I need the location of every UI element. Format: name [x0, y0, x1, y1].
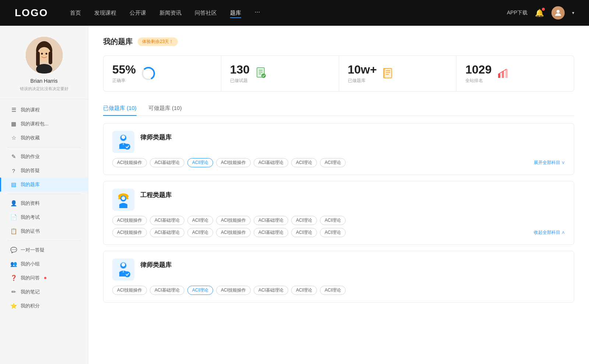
svg-point-11: [145, 71, 151, 76]
qbank-lawyer-icon-wrap: [112, 131, 134, 153]
notification-bell[interactable]: 🔔: [535, 8, 544, 17]
collapse-button-engineer[interactable]: 收起全部科目 ∧: [534, 229, 565, 236]
qbank-tag[interactable]: ACI技能操作: [216, 158, 251, 167]
sidebar-item-label: 我的考试: [21, 214, 40, 221]
qbank-tag[interactable]: ACI理论: [291, 216, 317, 225]
notification-dot: [542, 8, 545, 11]
qbank-tag[interactable]: ACI基础理论: [150, 286, 184, 295]
sidebar-item-favorites[interactable]: ☆ 我的收藏: [0, 131, 88, 145]
qbank-tag[interactable]: ACI技能操作: [112, 228, 147, 237]
sidebar-item-myqa[interactable]: ❓ 我的问答: [0, 271, 88, 285]
avatar-chevron-icon[interactable]: ▾: [572, 10, 574, 15]
qbank-tag[interactable]: ACI技能操作: [216, 216, 251, 225]
homework-icon: ✎: [10, 153, 17, 160]
nav-more[interactable]: ···: [254, 8, 260, 18]
sidebar-item-homework[interactable]: ✎ 我的作业: [0, 150, 88, 164]
qbank-tag[interactable]: ACI基础理论: [150, 158, 184, 167]
stat-rank: 1029 全站排名: [456, 56, 574, 91]
sidebar-item-questionbank[interactable]: ▤ 我的题库: [0, 178, 88, 192]
sidebar-item-notes[interactable]: ✏ 我的笔记: [0, 285, 88, 299]
qbank-tag[interactable]: ACI基础理论: [254, 158, 288, 167]
qbank-tag[interactable]: ACI基础理论: [254, 286, 288, 295]
qbank-tag[interactable]: ACI理论: [291, 158, 317, 167]
stat-accuracy-label: 正确率: [112, 78, 136, 84]
nav-discover[interactable]: 发现课程: [94, 8, 116, 18]
qbank-tag[interactable]: ACI理论: [291, 286, 317, 295]
tab-available[interactable]: 可做题库 (10): [148, 102, 182, 115]
qbank-tag[interactable]: ACI理论: [320, 158, 346, 167]
nav-questionbank[interactable]: 题库: [230, 8, 241, 18]
qbank-tag[interactable]: ACI基础理论: [254, 216, 288, 225]
stat-done-questions-text: 130 已做试题: [230, 63, 250, 84]
sidebar-item-onetoone[interactable]: 💬 一对一答疑: [0, 243, 88, 257]
qa-icon: ?: [10, 168, 17, 174]
qbank-tag[interactable]: ACI理论: [187, 228, 213, 237]
app-download-button[interactable]: APP下载: [507, 10, 528, 16]
svg-rect-21: [384, 68, 385, 78]
stat-done-banks-number: 10w+: [348, 63, 377, 76]
qbank-tag[interactable]: ACI理论: [320, 228, 346, 237]
svg-point-32: [124, 144, 130, 150]
sidebar-motto: 错误的决定比没有决定要好: [20, 86, 68, 92]
tabs-row: 已做题库 (10) 可做题库 (10): [103, 102, 574, 116]
qbank-tag[interactable]: ACI技能操作: [216, 228, 251, 237]
nav-qa[interactable]: 问答社区: [195, 8, 217, 18]
sidebar-item-label: 我的作业: [21, 153, 40, 160]
qbank-tag[interactable]: ACI技能操作: [112, 286, 147, 295]
qbank-tag[interactable]: ACI技能操作: [112, 158, 147, 167]
sidebar-menu: ☰ 我的课程 ▦ 我的课程包... ☆ 我的收藏 ✎ 我的作业 ? 我的答疑 ▤: [0, 103, 88, 313]
sidebar-item-course[interactable]: ☰ 我的课程: [0, 103, 88, 117]
navbar: LOGO 首页 发现课程 公开课 新闻资讯 问答社区 题库 ··· APP下载 …: [0, 0, 589, 26]
svg-point-36: [121, 196, 125, 200]
qbank-tag[interactable]: ACI基础理论: [150, 228, 184, 237]
stat-done-questions: 130 已做试题: [221, 56, 339, 91]
sidebar-item-group[interactable]: 👥 我的小组: [0, 257, 88, 271]
qa-notification-dot: [44, 277, 46, 279]
qbank-tag[interactable]: ACI理论: [187, 216, 213, 225]
nav-news[interactable]: 新闻资讯: [159, 8, 181, 18]
qbank-tags-row-engineer-1: ACI技能操作 ACI基础理论 ACI理论 ACI技能操作 ACI基础理论 AC…: [112, 216, 565, 225]
stat-done-questions-number: 130: [230, 63, 250, 76]
cert-icon: 📋: [10, 228, 17, 235]
qbank-tag[interactable]: ACI技能操作: [112, 216, 147, 225]
logo: LOGO: [15, 7, 48, 19]
sidebar-username: Brian Harris: [31, 78, 58, 84]
nav-home[interactable]: 首页: [70, 8, 81, 18]
expand-button-lawyer-1[interactable]: 展开全部科目 ∨: [534, 160, 565, 166]
sidebar-item-points[interactable]: ⭐ 我的积分: [0, 299, 88, 313]
navbar-right: APP下载 🔔 ▾: [507, 6, 574, 19]
qbank-tag-selected[interactable]: ACI理论: [187, 286, 213, 295]
sidebar-divider-2: [7, 194, 81, 194]
layout: Brian Harris 错误的决定比没有决定要好 ☰ 我的课程 ▦ 我的课程包…: [0, 26, 589, 364]
nav-opencourse[interactable]: 公开课: [130, 8, 146, 18]
sidebar-item-qa[interactable]: ? 我的答疑: [0, 164, 88, 178]
sidebar-item-exam[interactable]: 📄 我的考试: [0, 210, 88, 224]
stat-done-questions-label: 已做试题: [230, 78, 250, 84]
onetoone-icon: 💬: [10, 247, 17, 253]
qbank-tag[interactable]: ACI技能操作: [216, 286, 251, 295]
stat-accuracy-number: 55%: [112, 63, 136, 76]
sidebar-item-coursepack[interactable]: ▦ 我的课程包...: [0, 117, 88, 131]
qbank-tag-selected[interactable]: ACI理论: [187, 158, 213, 167]
profile-icon: 👤: [10, 200, 17, 207]
qbank-tag[interactable]: ACI基础理论: [254, 228, 288, 237]
sidebar-item-certificate[interactable]: 📋 我的证书: [0, 224, 88, 238]
avatar-image: [26, 37, 63, 74]
nav-links: 首页 发现课程 公开课 新闻资讯 问答社区 题库 ···: [70, 8, 507, 18]
qbank-tags-row-engineer-2: ACI技能操作 ACI基础理论 ACI理论 ACI技能操作 ACI基础理论 AC…: [112, 228, 565, 237]
qbank-engineer-icon-wrap: [112, 189, 134, 211]
qbank-tag[interactable]: ACI理论: [291, 228, 317, 237]
tab-done[interactable]: 已做题库 (10): [103, 102, 137, 115]
sidebar-item-profile[interactable]: 👤 我的资料: [0, 196, 88, 210]
qbank-tag[interactable]: ACI理论: [320, 216, 346, 225]
stat-done-banks-text: 10w+ 已做题库: [348, 63, 377, 84]
qbank-tag[interactable]: ACI基础理论: [150, 216, 184, 225]
avatar[interactable]: [551, 6, 565, 19]
sidebar-item-label: 我的积分: [21, 303, 40, 309]
sidebar-item-label: 我的课程: [21, 107, 40, 113]
sidebar-item-label: 我的收藏: [21, 135, 40, 141]
qbank-tags-row-lawyer-1: ACI技能操作 ACI基础理论 ACI理论 ACI技能操作 ACI基础理论 AC…: [112, 158, 565, 167]
sidebar-item-label: 我的笔记: [21, 289, 40, 295]
stat-rank-number: 1029: [465, 63, 491, 76]
qbank-tag[interactable]: ACI理论: [320, 286, 346, 295]
